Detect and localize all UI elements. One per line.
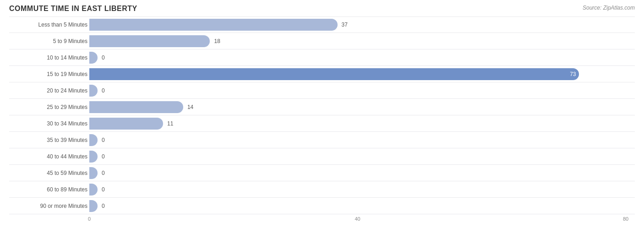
chart-title: COMMUTE TIME IN EAST LIBERTY [9,5,137,13]
bar-fill: 73 [89,68,579,80]
bar-value: 0 [102,203,105,209]
bar-row: 40 to 44 Minutes0 [9,148,635,165]
bar-track: 0 [89,82,635,98]
x-tick: 80 [623,216,628,222]
bar-row: 60 to 89 Minutes0 [9,181,635,198]
bar-label: 30 to 34 Minutes [9,120,89,127]
bar-track: 0 [89,49,635,65]
bar-row: 35 to 39 Minutes0 [9,132,635,148]
bar-track: 73 [89,66,635,82]
bar-label: 45 to 59 Minutes [9,170,89,176]
chart-source: Source: ZipAtlas.com [583,5,635,11]
bar-value: 0 [102,137,105,143]
bar-value: 0 [102,153,105,160]
bar-fill [89,134,98,146]
bar-value: 0 [102,87,105,94]
bar-row: 45 to 59 Minutes0 [9,165,635,181]
chart-area: Less than 5 Minutes375 to 9 Minutes1810 … [9,16,635,214]
bar-fill [89,101,183,113]
bar-track: 11 [89,115,635,131]
bar-row: 25 to 29 Minutes14 [9,99,635,115]
bar-label: 35 to 39 Minutes [9,137,89,143]
bar-track: 18 [89,33,635,49]
x-tick: 40 [355,216,360,222]
bar-label: 40 to 44 Minutes [9,153,89,160]
chart-container: COMMUTE TIME IN EAST LIBERTY Source: Zip… [0,0,644,239]
x-axis: 04080 [89,216,635,225]
bar-label: 5 to 9 Minutes [9,38,89,44]
bar-track: 14 [89,99,635,115]
bar-row: Less than 5 Minutes37 [9,16,635,33]
bar-label: 25 to 29 Minutes [9,104,89,110]
bar-fill [89,35,210,47]
bar-value: 14 [187,104,193,110]
bar-row: 90 or more Minutes0 [9,198,635,214]
bar-value: 37 [342,22,348,28]
bar-fill [89,118,163,130]
bar-track: 0 [89,165,635,181]
bar-row: 15 to 19 Minutes73 [9,66,635,82]
bar-label: 60 to 89 Minutes [9,186,89,193]
bar-track: 37 [89,17,635,33]
bar-fill [89,85,98,97]
bar-row: 10 to 14 Minutes0 [9,49,635,66]
bar-value: 18 [214,38,220,44]
bar-label: 20 to 24 Minutes [9,87,89,94]
bar-value: 11 [167,120,173,127]
bar-fill [89,52,98,64]
bar-value: 0 [102,170,105,176]
x-tick: 0 [88,216,91,222]
bar-track: 0 [89,198,635,214]
bar-track: 0 [89,132,635,148]
chart-header: COMMUTE TIME IN EAST LIBERTY Source: Zip… [9,5,635,13]
bar-value: 73 [570,71,576,77]
bar-fill [89,19,338,31]
bar-value: 0 [102,54,105,61]
bar-fill [89,151,98,163]
bar-value: 0 [102,186,105,193]
bar-label: 90 or more Minutes [9,203,89,209]
bar-fill [89,200,98,212]
bar-row: 20 to 24 Minutes0 [9,82,635,99]
bar-label: 15 to 19 Minutes [9,71,89,77]
bar-label: Less than 5 Minutes [9,22,89,28]
bar-label: 10 to 14 Minutes [9,54,89,61]
bar-row: 30 to 34 Minutes11 [9,115,635,132]
bar-fill [89,184,98,196]
bar-track: 0 [89,181,635,197]
bar-row: 5 to 9 Minutes18 [9,33,635,49]
bar-track: 0 [89,148,635,164]
bar-fill [89,167,98,179]
